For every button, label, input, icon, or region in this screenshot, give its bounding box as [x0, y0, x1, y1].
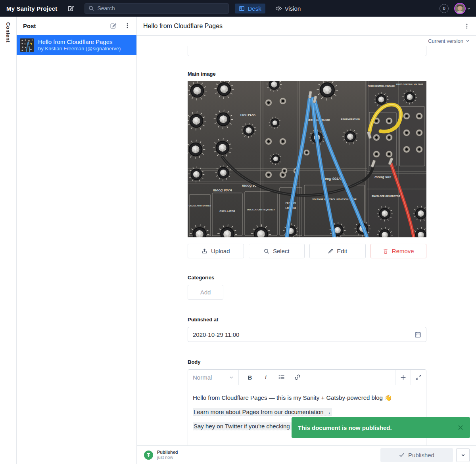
published-at-value: 2020-10-29 11:00	[193, 331, 415, 338]
tab-vision-label: Vision	[285, 5, 301, 12]
svg-text:OSCILLATOR: OSCILLATOR	[219, 210, 235, 212]
svg-text:OSCILLATOR DRIVER: OSCILLATOR DRIVER	[189, 204, 211, 207]
list-item[interactable]: Hello from Cloudflare Pages by Kristian …	[17, 35, 136, 55]
clipped-field	[188, 46, 426, 56]
close-icon[interactable]	[457, 424, 464, 431]
sidebar-item-content[interactable]: Content	[5, 22, 11, 464]
plus-icon	[400, 374, 406, 380]
chevron-down-icon	[229, 375, 234, 380]
field-label-main-image: Main image	[188, 71, 426, 77]
style-value: Normal	[193, 374, 212, 381]
link-icon	[294, 374, 301, 380]
edit-label: Edit	[337, 248, 347, 254]
publish-button-label: Published	[408, 452, 434, 458]
svg-text:FREQUENCY RANGE: FREQUENCY RANGE	[306, 119, 330, 121]
svg-text:REGENERATION: REGENERATION	[341, 118, 360, 120]
add-label: Add	[200, 289, 211, 296]
insert-block-button[interactable]	[395, 370, 411, 385]
field-label-published-at: Published at	[188, 317, 426, 323]
post-thumbnail	[20, 38, 34, 52]
new-document-button[interactable]	[67, 5, 74, 12]
success-toast: This document is now published.	[292, 417, 470, 438]
calendar-icon[interactable]	[415, 331, 421, 338]
publish-menu-button[interactable]	[456, 448, 470, 462]
dots-vertical-icon	[125, 23, 130, 29]
published-at-input[interactable]: 2020-10-29 11:00	[188, 327, 426, 342]
toast-message: This document is now published.	[298, 424, 457, 431]
list-item-subtitle: by Kristian Freeman (@signalnerve)	[38, 46, 121, 52]
list-item-title: Hello from Cloudflare Pages	[38, 38, 121, 46]
post-list-header: Post	[17, 17, 136, 35]
svg-text:moog 907A: moog 907A	[213, 188, 232, 192]
svg-text:ENVELOPE GENERATOR: ENVELOPE GENERATOR	[372, 195, 401, 197]
remove-label: Remove	[392, 248, 414, 254]
publish-status-time: just now	[157, 455, 178, 460]
select-label: Select	[273, 248, 290, 254]
upload-icon	[202, 248, 207, 254]
content-rail: Content	[0, 17, 17, 464]
expand-icon	[416, 374, 421, 380]
compose-icon	[110, 23, 117, 29]
tab-desk-label: Desk	[248, 5, 261, 12]
pencil-icon	[328, 248, 333, 254]
body-link-documentation[interactable]: Learn more about Pages from our document…	[193, 408, 332, 416]
main-image-preview[interactable]: HIGH PASS	[188, 81, 426, 237]
tab-desk[interactable]: Desk	[235, 4, 265, 13]
dots-vertical-icon	[464, 23, 470, 29]
page-title: Hello from Cloudflare Pages	[143, 23, 464, 30]
document-header: Hello from Cloudflare Pages	[137, 17, 476, 36]
search-input[interactable]: Search	[84, 3, 229, 14]
publish-status-icon	[144, 451, 153, 460]
document-editor-pane: Hello from Cloudflare Pages Current vers…	[137, 17, 476, 464]
version-selector[interactable]: Current version	[137, 36, 476, 46]
bullet-list-icon	[278, 374, 285, 380]
publish-status-title: Published	[157, 450, 178, 455]
pane-menu-button[interactable]	[125, 23, 130, 29]
upload-label: Upload	[211, 248, 230, 254]
trash-icon	[383, 248, 388, 254]
svg-text:OSCILLATOR FREQUENCY: OSCILLATOR FREQUENCY	[247, 208, 275, 211]
svg-text:FIXED CONTROL VOLTAGE: FIXED CONTROL VOLTAGE	[368, 85, 395, 87]
user-menu[interactable]	[454, 3, 470, 14]
svg-text:FIXED CONTROL VOLTAGE: FIXED CONTROL VOLTAGE	[396, 83, 424, 86]
tab-vision[interactable]: Vision	[271, 4, 305, 13]
field-label-categories: Categories	[188, 275, 426, 281]
body-paragraph: Hello from Cloudflare Pages — this is my…	[193, 393, 421, 402]
chevron-down-icon	[467, 7, 470, 10]
chevron-down-icon	[466, 39, 470, 43]
create-post-button[interactable]	[110, 23, 117, 29]
bold-button[interactable]: B	[242, 370, 258, 385]
sanity-studio: My Sanity Project Search	[0, 0, 476, 464]
edit-button[interactable]: Edit	[309, 244, 366, 258]
fullscreen-button[interactable]	[411, 370, 426, 385]
top-navbar: My Sanity Project Search	[0, 0, 476, 17]
bullet-list-button[interactable]	[274, 370, 290, 385]
svg-text:HIGH PASS: HIGH PASS	[240, 114, 255, 116]
add-category-button[interactable]: Add	[188, 285, 223, 300]
post-list-pane: Post	[17, 17, 137, 464]
search-icon	[264, 248, 269, 254]
upload-button[interactable]: Upload	[188, 244, 244, 258]
slug-input-partial[interactable]	[188, 46, 426, 56]
field-label-body: Body	[188, 359, 426, 365]
publish-button[interactable]: Published	[380, 448, 453, 462]
main-image-photo: HIGH PASS	[188, 81, 426, 237]
version-label: Current version	[428, 38, 463, 44]
document-menu-button[interactable]	[464, 23, 470, 29]
text-style-select[interactable]: Normal	[188, 370, 239, 385]
search-placeholder: Search	[97, 5, 115, 11]
compose-icon	[67, 5, 74, 12]
remove-button[interactable]: Remove	[370, 244, 427, 258]
link-button[interactable]	[290, 370, 305, 385]
image-actions: Upload Select	[188, 244, 426, 258]
avatar	[454, 3, 466, 14]
project-title: My Sanity Project	[6, 5, 57, 12]
eye-icon	[275, 5, 282, 12]
notification-badge[interactable]: 0	[440, 4, 449, 13]
rte-toolbar: Normal B i	[188, 370, 426, 385]
search-icon	[88, 6, 94, 11]
select-button[interactable]: Select	[249, 244, 305, 258]
document-scroll-area[interactable]: Main image	[137, 46, 476, 445]
italic-button[interactable]: i	[258, 370, 274, 385]
desk-icon	[239, 6, 245, 11]
